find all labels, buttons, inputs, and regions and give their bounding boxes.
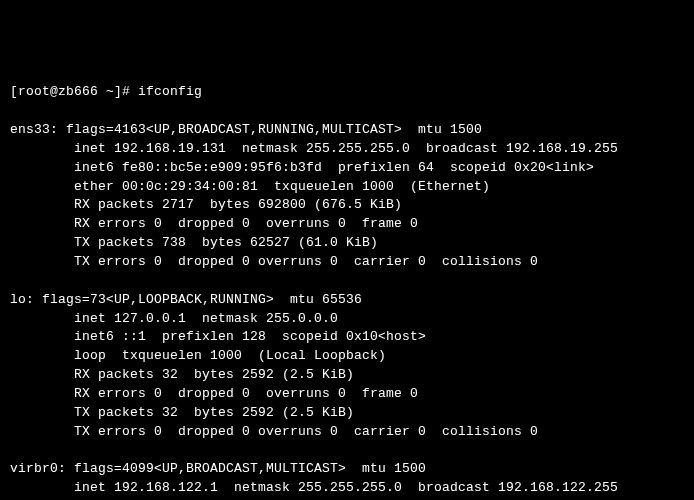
interface-detail-line: inet 192.168.122.1 netmask 255.255.255.0…	[10, 479, 684, 498]
interface-detail-line: RX errors 0 dropped 0 overruns 0 frame 0	[10, 215, 684, 234]
interface-detail-line: RX errors 0 dropped 0 overruns 0 frame 0	[10, 385, 684, 404]
command-text: ifconfig	[138, 84, 202, 99]
interface-detail-line: inet6 fe80::bc5e:e909:95f6:b3fd prefixle…	[10, 159, 684, 178]
interface-header: lo: flags=73<UP,LOOPBACK,RUNNING> mtu 65…	[10, 291, 684, 310]
interface-detail-line: TX errors 0 dropped 0 overruns 0 carrier…	[10, 253, 684, 272]
command-output: ens33: flags=4163<UP,BROADCAST,RUNNING,M…	[10, 121, 684, 500]
interface-detail-line: ether 00:0c:29:34:00:81 txqueuelen 1000 …	[10, 178, 684, 197]
interface-detail-line: RX packets 2717 bytes 692800 (676.5 KiB)	[10, 196, 684, 215]
shell-prompt: [root@zb666 ~]#	[10, 84, 138, 99]
blank-line	[10, 272, 684, 291]
interface-detail-line: TX packets 32 bytes 2592 (2.5 KiB)	[10, 404, 684, 423]
interface-detail-line: loop txqueuelen 1000 (Local Loopback)	[10, 347, 684, 366]
interface-header: virbr0: flags=4099<UP,BROADCAST,MULTICAS…	[10, 460, 684, 479]
interface-detail-line: TX errors 0 dropped 0 overruns 0 carrier…	[10, 423, 684, 442]
interface-detail-line: inet 127.0.0.1 netmask 255.0.0.0	[10, 310, 684, 329]
interface-detail-line: inet6 ::1 prefixlen 128 scopeid 0x10<hos…	[10, 328, 684, 347]
blank-line	[10, 441, 684, 460]
interface-detail-line: TX packets 738 bytes 62527 (61.0 KiB)	[10, 234, 684, 253]
prompt-line[interactable]: [root@zb666 ~]# ifconfig	[10, 83, 684, 102]
interface-detail-line: inet 192.168.19.131 netmask 255.255.255.…	[10, 140, 684, 159]
interface-header: ens33: flags=4163<UP,BROADCAST,RUNNING,M…	[10, 121, 684, 140]
interface-detail-line: RX packets 32 bytes 2592 (2.5 KiB)	[10, 366, 684, 385]
